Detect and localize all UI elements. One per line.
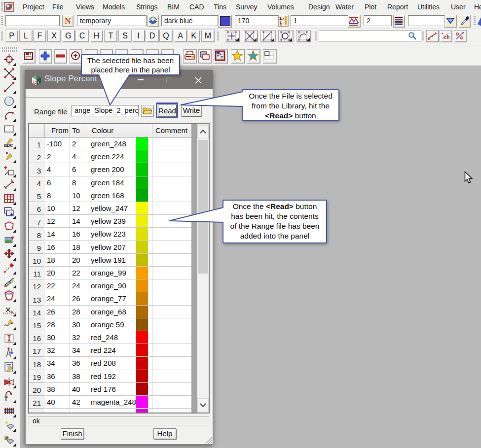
svg-text:1: 1 — [279, 16, 282, 21]
svg-text:z: z — [282, 16, 285, 21]
svg-text:ch: ch — [444, 34, 450, 40]
